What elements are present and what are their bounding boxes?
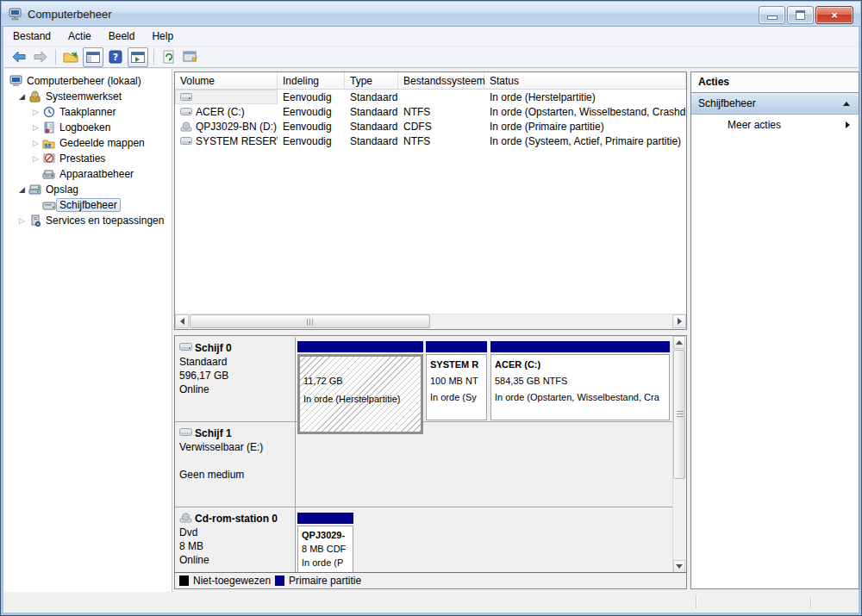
tree-item-prestaties[interactable]: ▷ Prestaties <box>4 151 172 166</box>
show-action-pane-button[interactable] <box>128 47 148 67</box>
show-console-tree-button[interactable] <box>83 47 103 67</box>
menu-help[interactable]: Help <box>143 27 182 46</box>
drive-icon <box>180 92 192 102</box>
legend-label-unallocated: Niet-toegewezen <box>193 575 271 587</box>
minimize-button[interactable] <box>759 6 785 24</box>
disk-row-schijf-0: Schijf 0 Standaard 596,17 GB Online 11,7… <box>175 337 673 422</box>
expander-collapsed-icon[interactable]: ▷ <box>30 123 41 132</box>
device-manager-icon <box>41 169 56 180</box>
partition-body[interactable]: SYSTEM R 100 MB NT In orde (Sy <box>426 354 487 420</box>
menu-bar: Bestand Actie Beeld Help <box>4 27 858 47</box>
table-row[interactable]: Eenvoudig Standaard In orde (Herstelpart… <box>175 90 686 104</box>
expander-expanded-icon[interactable]: ◢ <box>16 185 28 194</box>
partition-system-reserved[interactable]: SYSTEM R 100 MB NT In orde (Sy <box>426 341 487 419</box>
tree-item-gedeelde-mappen[interactable]: ▷ Gedeelde mappen <box>4 135 172 151</box>
forward-button[interactable] <box>31 48 50 66</box>
cd-drive-icon <box>180 121 192 132</box>
statusbar-divider <box>696 596 696 608</box>
back-button[interactable] <box>9 48 28 66</box>
refresh-icon[interactable] <box>159 48 178 66</box>
partition-acer-c[interactable]: ACER (C:) 584,35 GB NTFS In orde (Opstar… <box>490 341 670 419</box>
actions-section-schijfbeheer[interactable]: Schijfbeheer <box>691 93 859 115</box>
toolbox-icon <box>28 90 42 103</box>
computer-management-window: Computerbeheer × Bestand Actie Beeld Hel… <box>0 0 862 616</box>
window-title: Computerbeheer <box>28 8 112 21</box>
export-list-icon[interactable] <box>61 48 80 66</box>
table-row[interactable]: SYSTEM RESERVED Eenvoudig Standaard NTFS… <box>175 134 686 148</box>
statusbar-divider <box>810 596 811 608</box>
column-header-type[interactable]: Type <box>345 72 398 89</box>
column-header-status[interactable]: Status <box>484 72 686 89</box>
table-row[interactable]: ACER (C:) Eenvoudig Standaard NTFS In or… <box>175 104 686 119</box>
disk-info-schijf-0[interactable]: Schijf 0 Standaard 596,17 GB Online <box>175 337 296 421</box>
tree-item-apparaatbeheer[interactable]: Apparaatbeheer <box>4 166 172 182</box>
shared-folder-icon <box>41 137 56 149</box>
minimize-icon <box>767 16 778 20</box>
scroll-left-button[interactable] <box>175 314 189 328</box>
volume-list-pane: Volume Indeling Type Bestandssysteem Sta… <box>174 72 687 330</box>
table-row[interactable]: QPJ3029-BN (D:) Eenvoudig Standaard CDFS… <box>175 119 686 134</box>
maximize-icon <box>796 10 805 20</box>
expander-expanded-icon[interactable]: ◢ <box>16 92 28 101</box>
scroll-right-button[interactable] <box>672 314 686 328</box>
partition-herstelpartitie[interactable]: 11,72 GB In orde (Herstelpartitie) <box>297 341 423 419</box>
scroll-down-button[interactable] <box>673 560 685 573</box>
close-button[interactable]: × <box>815 6 853 24</box>
column-header-bestandssysteem[interactable]: Bestandssysteem <box>398 72 484 89</box>
disk-info-schijf-1[interactable]: Schijf 1 Verwisselbaar (E:) Geen medium <box>175 422 296 507</box>
cd-drive-icon <box>179 513 192 526</box>
tree-item-taakplanner[interactable]: ▷ Taakplanner <box>4 104 172 120</box>
expander-collapsed-icon[interactable]: ▷ <box>30 108 41 116</box>
svg-text:?: ? <box>113 52 118 63</box>
toolbar: ? <box>4 47 858 68</box>
expander-collapsed-icon[interactable]: ▷ <box>16 216 28 225</box>
expander-collapsed-icon[interactable]: ▷ <box>30 139 41 147</box>
computer-icon <box>9 7 22 21</box>
disk-management-snapin-icon[interactable] <box>181 48 200 66</box>
arrow-down-icon <box>676 564 683 569</box>
scrollbar-grip <box>677 411 684 418</box>
tree-item-computerbeheer[interactable]: Computerbeheer (lokaal) <box>4 73 172 89</box>
toolbar-separator <box>55 49 56 65</box>
tree-selection-schijfbeheer[interactable]: Schijfbeheer <box>56 198 121 212</box>
tree-item-opslag[interactable]: ◢ Opslag <box>4 182 172 197</box>
menu-beeld[interactable]: Beeld <box>100 27 144 46</box>
drive-icon <box>179 427 192 439</box>
legend-color-primary-partition <box>275 576 284 586</box>
legend-color-unallocated <box>179 576 189 586</box>
horizontal-scrollbar[interactable] <box>175 314 686 329</box>
tree-item-services-en-toepassingen[interactable]: ▷ Services en toepassingen <box>4 213 172 228</box>
disk-row-schijf-1: Schijf 1 Verwisselbaar (E:) Geen medium <box>175 422 673 507</box>
help-button[interactable]: ? <box>106 48 125 66</box>
partition-color-bar <box>490 341 670 352</box>
tree-item-logboeken[interactable]: ▷ Logboeken <box>4 120 172 135</box>
partition-qpj3029[interactable]: QPJ3029- 8 MB CDF In orde (P <box>297 513 353 569</box>
performance-icon <box>41 152 56 165</box>
actions-pane-title: Acties <box>691 72 859 93</box>
column-header-indeling[interactable]: Indeling <box>278 72 345 89</box>
partition-body[interactable]: ACER (C:) 584,35 GB NTFS In orde (Opstar… <box>490 354 670 420</box>
menu-bestand[interactable]: Bestand <box>4 27 59 46</box>
clock-icon <box>41 106 56 118</box>
column-header-volume[interactable]: Volume <box>175 72 278 89</box>
tree-item-schijfbeheer[interactable]: Schijfbeheer <box>4 197 172 213</box>
scroll-up-button[interactable] <box>673 336 685 349</box>
maximize-button[interactable] <box>787 6 814 24</box>
vertical-scrollbar[interactable] <box>672 336 686 573</box>
partition-color-bar <box>426 341 487 352</box>
horizontal-scrollbar-thumb[interactable] <box>190 314 430 328</box>
menu-actie[interactable]: Actie <box>59 27 100 46</box>
more-actions-item[interactable]: Meer acties <box>691 115 859 135</box>
disk-info-cdrom-0[interactable]: Cd-rom-station 0 Dvd 8 MB Online <box>175 507 296 573</box>
disk-icon <box>41 200 56 211</box>
logbook-icon <box>41 121 56 134</box>
drive-icon <box>180 136 192 146</box>
arrow-up-icon <box>676 340 683 345</box>
expander-collapsed-icon[interactable]: ▷ <box>30 154 41 163</box>
tree-item-systeemwerkset[interactable]: ◢ Systeemwerkset <box>4 89 172 104</box>
collapse-section-icon[interactable] <box>843 102 850 106</box>
scrollbar-grip <box>307 319 314 326</box>
vertical-scrollbar-thumb[interactable] <box>673 350 685 479</box>
partition-body[interactable]: QPJ3029- 8 MB CDF In orde (P <box>297 526 353 573</box>
services-icon <box>28 215 42 227</box>
